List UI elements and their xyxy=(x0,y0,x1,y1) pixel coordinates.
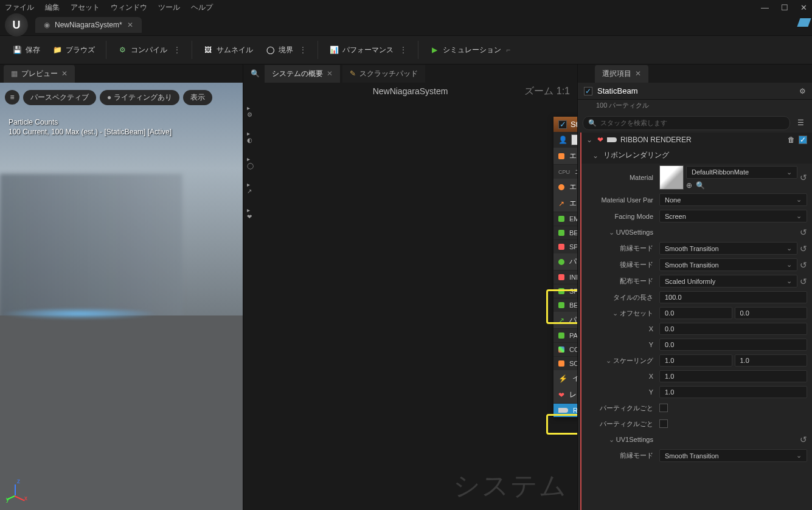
leading-dropdown[interactable]: Smooth Transition⌄ xyxy=(659,242,797,255)
chevron-down-icon[interactable]: ⌄ xyxy=(604,357,611,365)
browse-asset-icon[interactable]: 🔍 xyxy=(696,181,705,190)
selection-tab[interactable]: 選択項目✕ xyxy=(595,65,648,83)
material-dropdown[interactable]: DefaultRibbonMate⌄ xyxy=(686,166,797,179)
section-emitter-spawn[interactable]: エミッタのスポーン⊕ xyxy=(553,179,577,195)
chevron-down-icon[interactable]: ⋮ xyxy=(299,46,307,54)
chevron-down-icon[interactable]: ⌄ xyxy=(611,309,618,317)
axis-gizmo[interactable]: z x y xyxy=(6,480,30,504)
section-rendering[interactable]: ❤レンダリング⊕ xyxy=(553,387,577,403)
scale-x-input[interactable]: 1.0 xyxy=(659,354,732,367)
chevron-down-icon[interactable]: ⌄ xyxy=(586,136,594,144)
maximize-button[interactable]: ☐ xyxy=(781,3,788,12)
prop-uv1-settings[interactable]: ⌄ UV1Settings ↺ xyxy=(581,432,812,447)
reset-icon[interactable]: ↺ xyxy=(800,277,807,286)
trailing-dropdown[interactable]: Smooth Transition⌄ xyxy=(659,258,797,271)
viewport-menu-button[interactable]: ≡ xyxy=(5,90,19,105)
row-beam-width[interactable]: BEAM WIDTH✓ xyxy=(553,298,577,312)
rail-expand-icon[interactable]: ▸ ◐ xyxy=(247,130,252,143)
show-dropdown[interactable]: 表示 xyxy=(183,90,212,105)
save-button[interactable]: 💾保存 xyxy=(6,41,46,59)
material-thumbnail[interactable] xyxy=(659,165,684,190)
menu-edit[interactable]: 編集 xyxy=(45,2,60,13)
chevron-down-icon[interactable]: ⋮ xyxy=(400,46,407,54)
row-color[interactable]: COLOR✓ xyxy=(553,342,577,356)
rail-expand-icon[interactable]: ▸ ◯ xyxy=(247,156,252,169)
tab-scratch-pad[interactable]: ✎スクラッチパッド xyxy=(342,65,425,83)
uv1-leading-dropdown[interactable]: Smooth Transition⌄ xyxy=(659,449,807,462)
chevron-down-icon[interactable]: ⌄ xyxy=(607,436,614,444)
reset-icon[interactable]: ↺ xyxy=(800,260,807,270)
menu-help[interactable]: ヘルプ xyxy=(191,2,213,13)
bounds-button[interactable]: ◯境界⋮ xyxy=(259,41,313,59)
material-user-dropdown[interactable]: None⌄ xyxy=(659,193,807,206)
search-icon[interactable]: 🔍 xyxy=(248,67,262,80)
emitter-node-staticbeam[interactable]: ✓ StaticBeam 👤 エミッタの設定 CPUエミッタのプロパティ エミッ… xyxy=(553,117,577,417)
checkbox[interactable] xyxy=(659,419,668,428)
browse-button[interactable]: 📁ブラウズ xyxy=(46,41,101,59)
simulation-button[interactable]: ▶シミュレーション⌐ xyxy=(423,41,516,59)
y-input[interactable]: 0.0 xyxy=(659,339,807,351)
prop-offset[interactable]: ⌄ オフセット 0.00.0 xyxy=(581,305,812,321)
category-ribbon-renderer[interactable]: ⌄ ❤ RIBBON RENDERER 🗑✓ xyxy=(581,133,812,147)
menu-file[interactable]: ファイル xyxy=(5,2,34,13)
thumbnail-button[interactable]: 🖼サムネイル xyxy=(197,41,259,59)
ue-logo-icon[interactable]: U xyxy=(5,13,28,36)
row-initialize-particle[interactable]: INITIALIZE PARTICLE✓ xyxy=(553,270,577,284)
section-event-handler[interactable]: ⚡イベント ハンドラを追加⊕ xyxy=(553,370,577,387)
facing-mode-dropdown[interactable]: Screen⌄ xyxy=(659,210,807,222)
node-graph[interactable]: ▸ ⚙ ▸ ◐ ▸ ◯ ▸ ↗ ▸ ❤ ✓ StaticBeam 👤 エミッタの… xyxy=(243,100,577,510)
row-spawn-burst[interactable]: SPAWN BURST INSTANTANEOUS✓ xyxy=(553,239,577,253)
offset-x-input[interactable]: 0.0 xyxy=(659,307,732,319)
x-input[interactable]: 0.0 xyxy=(659,323,807,335)
row-ribbon-renderer[interactable]: RIBBON RENDERER✓ xyxy=(553,403,577,417)
emitter-thumbnail[interactable] xyxy=(571,134,577,145)
rail-expand-icon[interactable]: ▸ ↗ xyxy=(247,181,252,195)
compile-button[interactable]: ⚙コンパイル⋮ xyxy=(111,41,187,59)
chevron-down-icon[interactable]: ⋮ xyxy=(173,46,181,54)
tile-length-input[interactable]: 100.0 xyxy=(659,291,807,303)
performance-button[interactable]: 📊パフォーマンス⋮ xyxy=(323,41,413,59)
offset-y-input[interactable]: 0.0 xyxy=(735,307,808,319)
trash-icon[interactable]: 🗑 xyxy=(788,136,795,144)
use-asset-icon[interactable]: ⊕ xyxy=(686,181,692,190)
chevron-down-icon[interactable]: ⌄ xyxy=(592,151,600,160)
section-emitter-update[interactable]: ↗エミッタの更新⊕ xyxy=(553,195,577,212)
reset-icon[interactable]: ↺ xyxy=(800,244,807,253)
checkbox[interactable] xyxy=(659,404,668,412)
lighting-dropdown[interactable]: ●ライティングあり xyxy=(100,90,179,105)
reset-icon[interactable]: ↺ xyxy=(800,227,807,237)
reset-icon[interactable]: ↺ xyxy=(800,435,807,444)
perspective-dropdown[interactable]: パースペクティブ xyxy=(23,90,96,105)
menu-window[interactable]: ウィンドウ xyxy=(111,2,147,13)
chevron-down-icon[interactable]: ⌄ xyxy=(607,229,614,236)
filter-button[interactable]: ☰ xyxy=(794,116,807,129)
search-input[interactable]: 🔍スタックを検索します xyxy=(583,116,790,130)
minimize-button[interactable]: — xyxy=(761,3,769,12)
prop-scaling[interactable]: ⌄ スケーリング 1.01.0 xyxy=(581,353,812,368)
section-particle-update[interactable]: ↗パーティクル更新⊕ xyxy=(553,312,577,328)
emitter-checkbox[interactable]: ✓ xyxy=(584,87,592,95)
close-button[interactable]: ✕ xyxy=(800,3,807,12)
row-solve-forces[interactable]: SOLVE FORCES AND VELOCITY✓ xyxy=(553,356,577,370)
section-emitter-settings[interactable]: エミッタの設定 xyxy=(553,148,577,164)
menu-tool[interactable]: ツール xyxy=(158,2,180,13)
emitter-enable-checkbox[interactable]: ✓ xyxy=(558,120,567,129)
section-particle-spawn[interactable]: パーティクルのスポーン⊕ xyxy=(553,253,577,270)
emitter-header[interactable]: ✓ StaticBeam xyxy=(553,117,577,132)
preview-tab[interactable]: ▦ プレビュー ✕ xyxy=(4,65,75,83)
rail-expand-icon[interactable]: ▸ ⚙ xyxy=(247,105,252,118)
gear-icon[interactable]: ⚙ xyxy=(799,87,806,95)
viewport[interactable]: ≡ パースペクティブ ●ライティングあり 表示 Particle Counts … xyxy=(0,83,243,510)
x-input[interactable]: 1.0 xyxy=(659,370,807,382)
rail-expand-icon[interactable]: ▸ ❤ xyxy=(247,207,252,220)
scale-y-input[interactable]: 1.0 xyxy=(735,354,808,367)
close-icon[interactable]: ✕ xyxy=(635,69,641,78)
category-ribbon-rendering[interactable]: ⌄ リボンレンダリング xyxy=(581,147,812,164)
reset-icon[interactable]: ↺ xyxy=(800,173,807,182)
y-input[interactable]: 1.0 xyxy=(659,386,807,398)
dist-dropdown[interactable]: Scaled Uniformly⌄ xyxy=(659,275,797,288)
row-beam-emitter-setup[interactable]: BEAM EMITTER SETUP✓ xyxy=(553,226,577,239)
graduation-cap-icon[interactable] xyxy=(797,18,811,27)
asset-tab[interactable]: ◉ NewNiagaraSystem* ✕ xyxy=(35,17,142,33)
prop-uv0-settings[interactable]: ⌄ UV0Settings ↺ xyxy=(581,224,812,240)
